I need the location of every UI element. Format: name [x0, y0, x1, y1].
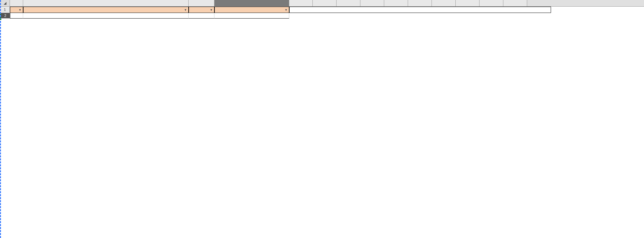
col-B[interactable]	[23, 0, 189, 6]
header-row-2: 2	[0, 13, 644, 19]
col-N[interactable]	[503, 0, 527, 6]
header-status[interactable]	[189, 7, 214, 13]
col-C[interactable]	[189, 0, 214, 6]
col-J[interactable]	[408, 0, 432, 6]
row-hdr-2[interactable]: 2	[0, 13, 10, 19]
timeline-dates	[289, 13, 551, 19]
cell-D2[interactable]	[214, 13, 289, 19]
col-M[interactable]	[480, 0, 503, 6]
col-F[interactable]	[313, 0, 337, 6]
grid-body: 1 2	[0, 7, 644, 19]
column-headers: ◢	[0, 0, 644, 7]
cell-A2[interactable]	[10, 13, 23, 19]
cell-C2[interactable]	[189, 13, 214, 19]
col-G[interactable]	[337, 0, 360, 6]
header-task[interactable]	[23, 7, 189, 13]
header-timeline	[289, 7, 551, 13]
header-num[interactable]	[10, 7, 23, 13]
header-remarks[interactable]	[214, 7, 289, 13]
col-K[interactable]	[432, 0, 456, 6]
col-A[interactable]	[10, 0, 23, 6]
col-L[interactable]	[456, 0, 480, 6]
header-row-1: 1	[0, 7, 644, 13]
cell-B2[interactable]	[23, 13, 189, 19]
row-hdr-1[interactable]: 1	[0, 7, 10, 13]
col-I[interactable]	[384, 0, 408, 6]
select-all-corner[interactable]: ◢	[0, 0, 10, 6]
col-E[interactable]	[289, 0, 313, 6]
today-marker	[0, 0, 1, 238]
col-D[interactable]	[214, 0, 289, 6]
spreadsheet: ◢ 1 2	[0, 0, 644, 238]
col-H[interactable]	[360, 0, 384, 6]
